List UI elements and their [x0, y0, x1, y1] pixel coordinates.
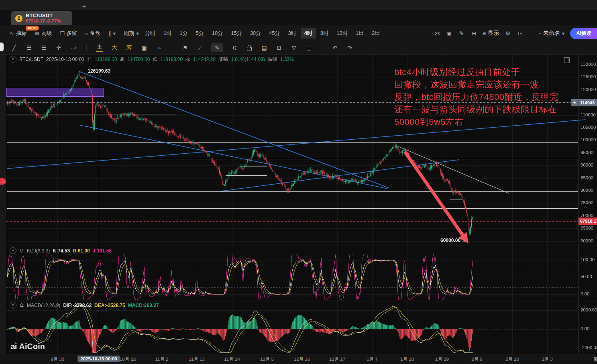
popout-icon[interactable] [564, 57, 570, 63]
filter-icon[interactable]: ▽ [290, 45, 297, 51]
chart-canvas[interactable] [0, 0, 597, 364]
bell-icon[interactable] [19, 303, 24, 308]
speed-label[interactable]: 2s [435, 31, 440, 37]
ai-analysis-button[interactable]: AI解读 [570, 28, 597, 39]
divider [172, 45, 172, 51]
tab-btcusdt[interactable]: B BTC/USDT 67918.17 -3.77% [11, 11, 72, 25]
chart-style-dropdown[interactable]: ∥▾ [108, 31, 116, 37]
main-chart-tab[interactable]: 主 [96, 43, 103, 52]
collapse-macd-icon[interactable]: ▼ [10, 302, 16, 309]
compare-candles-icon[interactable]: ⑆ [231, 45, 238, 51]
timeframe-1分[interactable]: 1分 [176, 28, 191, 39]
tab-symbol: BTC/USDT [26, 13, 61, 18]
settings-gear-icon[interactable]: ⚙ [504, 30, 511, 37]
timeframe-30分[interactable]: 30分 [247, 28, 265, 39]
collapse-pane-icon[interactable]: ▼ [10, 56, 16, 63]
edit-box-icon[interactable]: ▣ [141, 45, 148, 51]
trading-app-window: B BTC/USDT 67918.17 -3.77% + NEW ∿指标 ▤高级… [0, 0, 597, 364]
price-axis-label: 105000 [581, 125, 596, 130]
chevron-down-icon: ▾ [562, 31, 565, 37]
cursor-tool-icon[interactable]: ✛ [55, 45, 62, 51]
timeframe-15分[interactable]: 15分 [227, 28, 245, 39]
price-axis-label: 95000 [581, 150, 593, 155]
timeframe-1日[interactable]: 1日 [352, 28, 367, 39]
timeframe-12时[interactable]: 12时 [333, 28, 351, 39]
flag-icon[interactable]: ⚑ [181, 45, 189, 51]
time-axis-label: 11月 24 [224, 356, 240, 362]
timeframe-5分[interactable]: 5分 [192, 28, 207, 39]
analysis-note-annotation[interactable]: btc4小时级别经过反抽目前处于回撤段，这波回撤走完应该还有一波反弹，btc回撤… [394, 66, 587, 128]
panel-handle[interactable] [0, 43, 4, 51]
list-icon: ≡ [483, 31, 486, 37]
price-axis-label: 110000 [581, 112, 596, 117]
advanced-button[interactable]: ▤高级 [35, 30, 52, 37]
note-icon[interactable]: ▤ [261, 45, 268, 51]
timeframe-4时[interactable]: 4时 [301, 28, 316, 39]
timeframe-8时[interactable]: 8时 [317, 28, 332, 39]
timeframe-1时[interactable]: 1时 [160, 28, 175, 39]
price-axis-label: 125000 [581, 74, 596, 79]
drawing-toolbar: ╱ ☰ ☰ ✛ ⋯● 主 大 筹 ▣ ⌁ ⚑ ⟋ ✎ ⑆ ▤ Ω ▽ ↶ ↷ [0, 41, 597, 55]
kdj-d-value: D:61.00 [73, 248, 90, 254]
timeframe-分时[interactable]: 分时 [141, 28, 159, 39]
macd-axis-label: -2000.00 [581, 345, 597, 350]
price-axis-label: 60000 [581, 238, 593, 243]
multi-window-button[interactable]: ❒多窗 [60, 30, 77, 37]
advanced-icon: ▤ [35, 31, 39, 37]
divider [322, 45, 322, 51]
display-settings-button[interactable]: ≡显示 [483, 30, 499, 37]
lines-list2-icon[interactable]: ☰ [40, 45, 47, 51]
camera-icon[interactable]: ◉ [446, 30, 453, 37]
collapse-icon[interactable]: ⊡ [517, 30, 524, 37]
undo-icon[interactable]: ↶ [331, 45, 338, 51]
timeframe-10分[interactable]: 10分 [208, 28, 226, 39]
edit-icon[interactable]: ✎ [458, 30, 465, 37]
kdj-title: KDJ(9,3,3) [27, 248, 50, 254]
time-axis-label: 3月 3 [542, 356, 553, 362]
binance-coin-icon: B [15, 15, 22, 22]
redo-icon[interactable]: ↷ [346, 45, 353, 51]
timeframe-3时[interactable]: 3时 [285, 28, 300, 39]
brush-icon[interactable]: ⌁ [155, 45, 163, 51]
bell-icon[interactable] [19, 248, 24, 253]
time-axis-label: 2月 9 [471, 356, 483, 362]
chips-tab[interactable]: 筹 [126, 44, 133, 51]
timeframe-45分[interactable]: 45分 [265, 28, 283, 39]
add-tab-button[interactable]: + [82, 2, 86, 11]
alert-plus-handle[interactable]: + [571, 99, 579, 106]
trash-icon[interactable] [305, 45, 312, 51]
magnet-icon[interactable]: Ω [275, 45, 283, 51]
macd-axis-label: 2000.00 [581, 307, 597, 312]
timeframe-2日[interactable]: 2日 [368, 28, 383, 39]
divider [86, 45, 87, 51]
trendline-tool-icon[interactable]: ╱ [10, 45, 18, 51]
add-window-icon[interactable]: ⊞ [471, 30, 478, 37]
peak-price-annotation[interactable]: ← 126199.63 [82, 68, 110, 74]
ohlc-readout: ▼ BTC/USDT 2025-10-13 00:00 开113198.20 高… [10, 56, 294, 63]
price-axis-label: 120000 [581, 87, 596, 92]
time-axis[interactable]: 9月 302025-10-13 00:0010月 2211月 211月 1311… [0, 354, 597, 364]
time-axis-label: 2月 20 [505, 356, 519, 362]
time-axis-label: 12月 5 [260, 356, 274, 362]
collapse-kdj-icon[interactable]: ▼ [10, 247, 16, 254]
large-chart-tab[interactable]: 大 [111, 44, 118, 51]
target-price-annotation[interactable]: 60000.00 → [440, 238, 467, 243]
highlighter-icon[interactable]: ✎ [211, 43, 223, 52]
price-axis-label: 75000 [581, 200, 593, 205]
macd-dea-value: DEA:-2528.75 [94, 303, 125, 308]
layout-dropdown[interactable]: ◔未命名▾ [538, 30, 564, 37]
indicator-button[interactable]: ∿指标 [10, 30, 26, 37]
alert-price-label[interactable]: 114943 [579, 99, 597, 106]
lock-icon[interactable] [246, 45, 253, 51]
replay-button[interactable]: «复盘 [85, 30, 100, 37]
multi-window-icon: ❒ [60, 31, 65, 37]
aicoin-logo-text: AiCoin [19, 342, 45, 351]
more-tools-icon[interactable]: ⋯● [70, 45, 77, 51]
time-axis-label: 11月 13 [189, 356, 204, 362]
lines-list-icon[interactable]: ☰ [25, 45, 33, 51]
kdj-axis-label: 100.00 [581, 257, 595, 262]
period-dropdown[interactable]: 周期▾ [124, 30, 139, 37]
ruler-icon[interactable]: ⟋ [196, 45, 204, 51]
ohlc-symbol: BTC/USDT [19, 57, 43, 62]
clock-icon: ◔ [538, 31, 541, 37]
